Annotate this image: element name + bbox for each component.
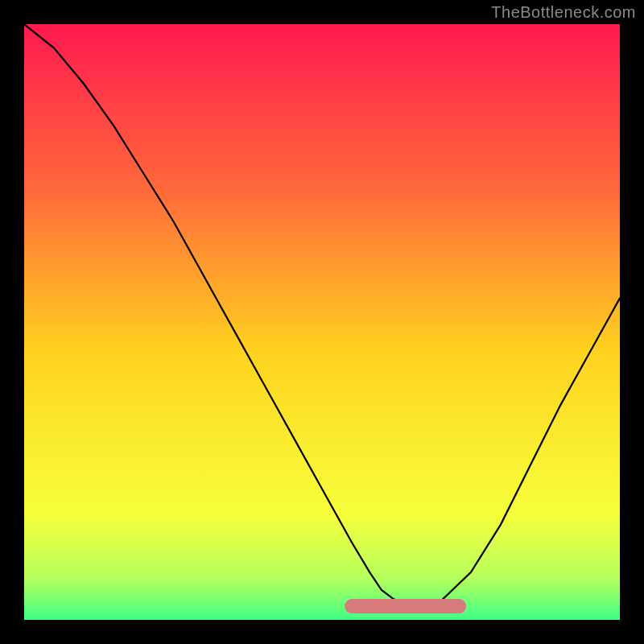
bottleneck-chart — [24, 24, 620, 620]
chart-frame: TheBottleneck.com — [0, 0, 644, 644]
watermark-text: TheBottleneck.com — [491, 3, 636, 22]
gradient-background — [24, 24, 620, 620]
